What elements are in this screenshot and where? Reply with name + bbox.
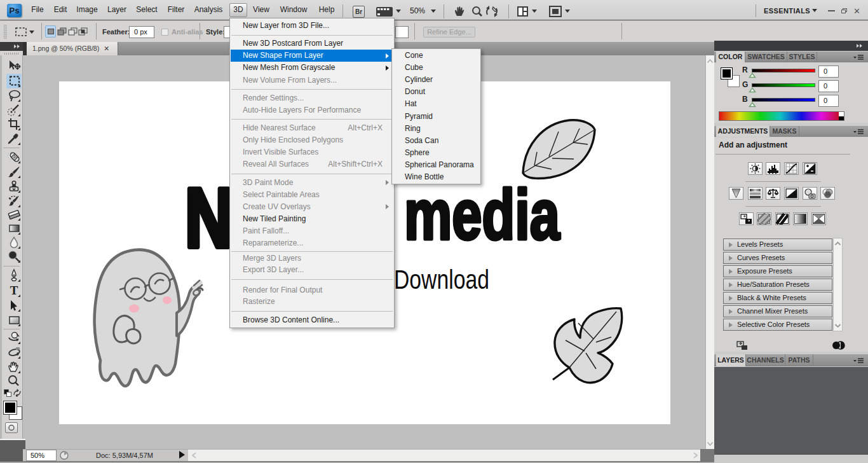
svg-text:T: T [10, 284, 18, 297]
svg-text:Download: Download [394, 264, 489, 294]
svg-text:media: media [404, 176, 560, 254]
svg-text:N: N [185, 171, 233, 265]
